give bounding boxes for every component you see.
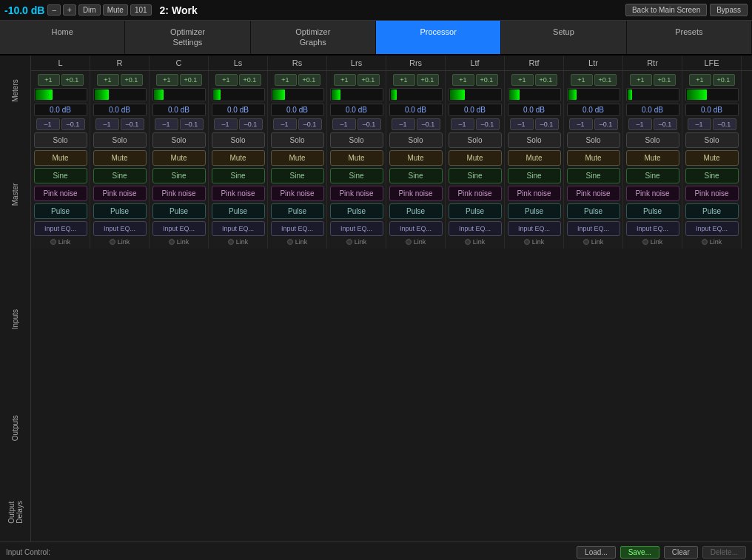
minus1-btn-C[interactable]: –1 — [155, 118, 178, 130]
minus1-btn-LFE[interactable]: –1 — [688, 118, 711, 130]
minus01-btn-Ls[interactable]: –0.1 — [239, 118, 263, 130]
mute-master-button[interactable]: Mute — [103, 4, 128, 16]
minus1-btn-Rtr[interactable]: –1 — [628, 118, 652, 130]
mute-btn-R[interactable]: Mute — [93, 150, 147, 166]
mute-btn-Ltr[interactable]: Mute — [567, 150, 620, 166]
tab-processor[interactable]: Processor — [376, 21, 501, 54]
pulse-btn-Ls[interactable]: Pulse — [212, 203, 265, 219]
plus01-btn-Ltr[interactable]: +0.1 — [594, 74, 617, 86]
minus1-btn-Rs[interactable]: –1 — [273, 118, 297, 130]
plus01-btn-Ltf[interactable]: +0.1 — [476, 74, 498, 86]
eq-btn-Ltf[interactable]: Input EQ... — [449, 221, 502, 236]
pink-btn-C[interactable]: Pink noise — [152, 186, 206, 201]
solo-btn-R[interactable]: Solo — [93, 132, 147, 148]
mute-btn-Rs[interactable]: Mute — [271, 150, 324, 166]
mute-btn-Ls[interactable]: Mute — [212, 150, 265, 166]
link-dot-Ls[interactable] — [228, 239, 234, 245]
pulse-btn-Rtr[interactable]: Pulse — [626, 203, 679, 219]
solo-btn-Rtf[interactable]: Solo — [508, 132, 561, 148]
101-button[interactable]: 101 — [130, 4, 152, 16]
link-dot-Ltf[interactable] — [465, 239, 471, 245]
mute-btn-Rtf[interactable]: Mute — [508, 150, 561, 166]
load-button[interactable]: Load... — [577, 546, 616, 559]
solo-btn-L[interactable]: Solo — [34, 132, 87, 148]
sine-btn-Rtr[interactable]: Sine — [626, 168, 679, 183]
minus01-btn-Ltr[interactable]: –0.1 — [594, 118, 618, 130]
eq-btn-Rtr[interactable]: Input EQ... — [626, 221, 679, 236]
pulse-btn-Ltf[interactable]: Pulse — [449, 203, 502, 219]
plus01-btn-R[interactable]: +0.1 — [121, 74, 143, 86]
link-dot-Rs[interactable] — [287, 239, 293, 245]
plus1-btn-Rs[interactable]: +1 — [275, 74, 297, 86]
pink-btn-Rtf[interactable]: Pink noise — [508, 186, 561, 201]
minus1-btn-R[interactable]: –1 — [95, 118, 119, 130]
plus1-btn-Rrs[interactable]: +1 — [393, 74, 415, 86]
solo-btn-Ls[interactable]: Solo — [212, 132, 265, 148]
minus01-btn-Rtr[interactable]: –0.1 — [654, 118, 677, 130]
minus01-btn-Ltf[interactable]: –0.1 — [476, 118, 500, 130]
mute-btn-Ltf[interactable]: Mute — [449, 150, 502, 166]
pulse-btn-Rs[interactable]: Pulse — [271, 203, 324, 219]
sine-btn-Lrs[interactable]: Sine — [330, 168, 383, 183]
eq-btn-Rrs[interactable]: Input EQ... — [389, 221, 443, 236]
link-dot-R[interactable] — [110, 239, 115, 245]
eq-btn-Rs[interactable]: Input EQ... — [271, 221, 324, 236]
eq-btn-Ls[interactable]: Input EQ... — [212, 221, 265, 236]
minus01-btn-C[interactable]: –0.1 — [180, 118, 204, 130]
pulse-btn-R[interactable]: Pulse — [93, 203, 147, 219]
pulse-btn-LFE[interactable]: Pulse — [685, 203, 739, 219]
sine-btn-Ltr[interactable]: Sine — [567, 168, 620, 183]
pink-btn-Rrs[interactable]: Pink noise — [389, 186, 443, 201]
eq-btn-Lrs[interactable]: Input EQ... — [330, 221, 383, 236]
plus1-btn-Rtr[interactable]: +1 — [630, 74, 652, 86]
pulse-btn-Ltr[interactable]: Pulse — [567, 203, 620, 219]
pink-btn-R[interactable]: Pink noise — [93, 186, 147, 201]
solo-btn-Rtr[interactable]: Solo — [626, 132, 679, 148]
link-dot-Rtf[interactable] — [524, 239, 530, 245]
plus01-btn-L[interactable]: +0.1 — [61, 74, 84, 86]
save-button[interactable]: Save... — [620, 546, 659, 559]
minus01-btn-Lrs[interactable]: –0.1 — [357, 118, 381, 130]
mute-btn-Rtr[interactable]: Mute — [626, 150, 679, 166]
sine-btn-Ls[interactable]: Sine — [212, 168, 265, 183]
minus01-btn-Rrs[interactable]: –0.1 — [417, 118, 440, 130]
pink-btn-Ltf[interactable]: Pink noise — [449, 186, 502, 201]
clear-button[interactable]: Clear — [664, 546, 698, 559]
minus01-btn-R[interactable]: –0.1 — [121, 118, 144, 130]
plus1-btn-C[interactable]: +1 — [156, 74, 178, 86]
sine-btn-Rtf[interactable]: Sine — [508, 168, 561, 183]
mute-btn-L[interactable]: Mute — [34, 150, 87, 166]
minus01-btn-LFE[interactable]: –0.1 — [713, 118, 736, 130]
sine-btn-C[interactable]: Sine — [152, 168, 206, 183]
minus1-btn-Rtf[interactable]: –1 — [510, 118, 534, 130]
plus01-btn-Ls[interactable]: +0.1 — [239, 74, 261, 86]
sine-btn-Rrs[interactable]: Sine — [389, 168, 443, 183]
pink-btn-Ls[interactable]: Pink noise — [212, 186, 265, 201]
plus01-btn-Rtf[interactable]: +0.1 — [535, 74, 557, 86]
eq-btn-R[interactable]: Input EQ... — [93, 221, 147, 236]
pulse-btn-Rtf[interactable]: Pulse — [508, 203, 561, 219]
minus1-btn-Ltr[interactable]: –1 — [569, 118, 593, 130]
sine-btn-L[interactable]: Sine — [34, 168, 87, 183]
tab-home[interactable]: Home — [0, 21, 125, 54]
tab-optimizer-settings[interactable]: OptimizerSettings — [125, 21, 250, 54]
mute-btn-LFE[interactable]: Mute — [685, 150, 739, 166]
link-dot-LFE[interactable] — [702, 239, 708, 245]
minus01-btn-L[interactable]: –0.1 — [61, 118, 85, 130]
plus1-btn-Ltr[interactable]: +1 — [571, 74, 593, 86]
minus1-btn-Ls[interactable]: –1 — [214, 118, 238, 130]
pulse-btn-Lrs[interactable]: Pulse — [330, 203, 383, 219]
link-dot-Ltr[interactable] — [583, 239, 589, 245]
solo-btn-Rrs[interactable]: Solo — [389, 132, 443, 148]
sine-btn-Rs[interactable]: Sine — [271, 168, 324, 183]
mute-btn-C[interactable]: Mute — [152, 150, 206, 166]
plus01-btn-C[interactable]: +0.1 — [180, 74, 202, 86]
link-dot-L[interactable] — [50, 239, 56, 245]
plus01-btn-LFE[interactable]: +0.1 — [713, 74, 735, 86]
delete-button[interactable]: Delete... — [702, 546, 746, 559]
level-plus-button[interactable]: + — [63, 4, 76, 16]
pink-btn-Ltr[interactable]: Pink noise — [567, 186, 620, 201]
bypass-button[interactable]: Bypass — [710, 4, 748, 16]
mute-btn-Rrs[interactable]: Mute — [389, 150, 443, 166]
sine-btn-R[interactable]: Sine — [93, 168, 147, 183]
